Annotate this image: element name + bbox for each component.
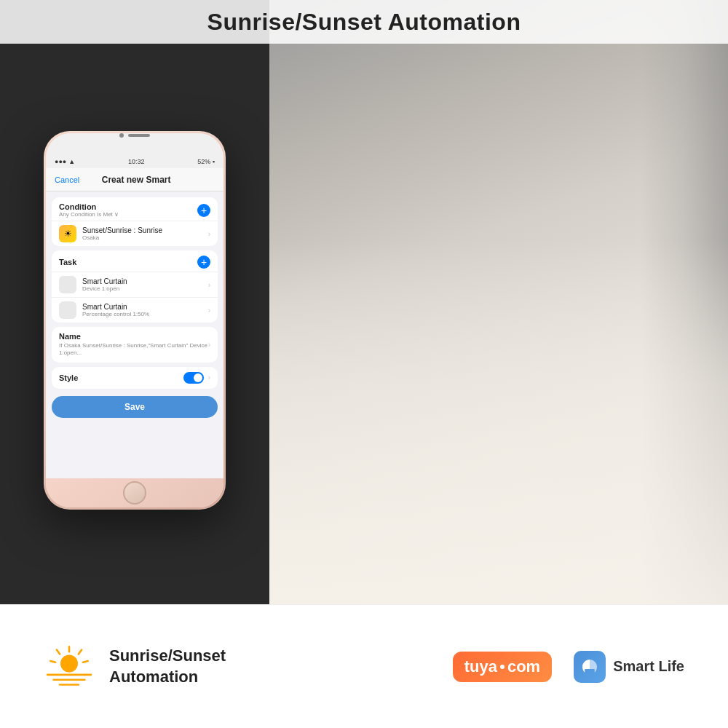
style-controls: › [183,372,210,384]
bedroom-background [269,0,728,604]
save-button[interactable]: Save [52,396,218,418]
bottom-right: tuya com Smart Life [453,651,684,683]
phone-notch [119,133,150,138]
condition-item[interactable]: ☀ Sunset/Sunrise : Sunrise Osaka › [52,221,218,246]
name-label: Name [59,332,208,341]
smartlife-logo[interactable]: Smart Life [574,651,684,683]
phone: ●●● ▲ 10:32 52% ▪ Cancel Creat new Smart [44,131,226,510]
smartlife-icon [574,651,606,683]
smartlife-label: Smart Life [613,658,684,675]
condition-item-chevron: › [208,230,210,238]
name-value: If Osaka Sunset/Sunrise : Sunrise,"Smart… [59,342,208,357]
tuya-logo[interactable]: tuya com [453,652,553,682]
bottom-label-text: Sunrise/Sunset Automation [109,646,226,687]
cancel-button[interactable]: Cancel [55,175,79,184]
add-task-button[interactable]: + [197,256,210,269]
smartlife-svg [579,657,600,677]
svg-line-3 [57,649,60,654]
phone-screen: ●●● ▲ 10:32 52% ▪ Cancel Creat new Smart [46,133,223,507]
battery-indicator: 52% ▪ [197,158,215,165]
right-panel [269,0,728,604]
phone-frame: ●●● ▲ 10:32 52% ▪ Cancel Creat new Smart [44,131,226,510]
bottom-left: Sunrise/Sunset Automation [44,644,226,690]
condition-item-subtitle: Osaka [82,234,202,241]
left-panel: ●●● ▲ 10:32 52% ▪ Cancel Creat new Smart [0,0,269,604]
svg-line-4 [50,661,55,662]
home-button[interactable] [123,481,146,505]
task-item-2-chevron: › [208,306,210,314]
phone-top-bar [46,133,223,155]
condition-header: Condition Any Condition Is Met ∨ + [52,197,218,221]
sunrise-svg-icon [44,644,95,687]
app-nav-bar: Cancel Creat new Smart [46,168,223,191]
page-title: Sunrise/Sunset Automation [207,9,521,36]
bottom-label-line2: Automation [109,667,226,688]
task-item-2[interactable]: Smart Curtain Percentage control 1:50% › [52,297,218,323]
name-chevron: › [208,341,210,349]
condition-title: Condition [59,202,119,211]
task-item-1[interactable]: Smart Curtain Device 1:open › [52,272,218,297]
sunrise-icon-container [44,644,95,690]
signal-icon: ●●● [55,158,66,165]
style-toggle[interactable] [183,372,204,384]
person-overlay [269,240,728,604]
curtain-icon-2 [59,301,76,319]
bottom-label-line1: Sunrise/Sunset [109,646,226,667]
tuya-dot [500,665,505,669]
svg-line-1 [79,649,82,654]
camera-dot [119,133,124,138]
tuya-label: tuya [464,657,497,676]
status-right: 52% ▪ [197,158,215,165]
status-bar: ●●● ▲ 10:32 52% ▪ [46,155,223,168]
sunrise-condition-icon: ☀ [59,225,76,242]
page-wrapper: Sunrise/Sunset Automation [0,0,728,728]
svg-point-5 [60,654,78,672]
speaker-bar [128,134,150,137]
curtain-icon-1 [59,276,76,293]
style-label: Style [59,373,78,382]
wifi-icon: ▲ [68,158,75,165]
style-chevron: › [208,373,210,381]
task-item-1-chevron: › [208,281,210,289]
add-condition-button[interactable]: + [197,204,210,217]
name-content: Name If Osaka Sunset/Sunrise : Sunrise,"… [59,332,208,357]
nav-title: Creat new Smart [102,175,171,185]
status-time: 10:32 [128,158,145,165]
task-item-2-text: Smart Curtain Percentage control 1:50% [82,303,202,317]
top-section: Sunrise/Sunset Automation [0,0,728,604]
condition-label-group: Condition Any Condition Is Met ∨ [59,202,119,218]
condition-card: Condition Any Condition Is Met ∨ + ☀ Sun… [52,197,218,246]
task-item-1-subtitle: Device 1:open [82,285,202,292]
phone-home-area [46,478,223,507]
bottom-section: Sunrise/Sunset Automation tuya com Smar [0,604,728,728]
condition-subtitle: Any Condition Is Met ∨ [59,211,119,218]
title-bar: Sunrise/Sunset Automation [0,0,728,44]
status-left: ●●● ▲ [55,158,75,165]
task-title: Task [59,258,76,266]
task-item-1-title: Smart Curtain [82,277,202,285]
task-card: Task + [52,250,218,323]
task-header: Task + [52,250,218,272]
app-content: Condition Any Condition Is Met ∨ + ☀ Sun… [46,191,223,478]
task-item-2-title: Smart Curtain [82,303,202,311]
task-item-1-text: Smart Curtain Device 1:open [82,277,202,292]
name-section[interactable]: Name If Osaka Sunset/Sunrise : Sunrise,"… [52,327,218,363]
task-item-2-subtitle: Percentage control 1:50% [82,311,202,317]
condition-item-title: Sunset/Sunrise : Sunrise [82,226,202,234]
condition-item-text: Sunset/Sunrise : Sunrise Osaka [82,226,202,241]
style-section[interactable]: Style › [52,367,218,389]
tuya-com: com [507,657,540,676]
svg-line-2 [83,661,88,662]
